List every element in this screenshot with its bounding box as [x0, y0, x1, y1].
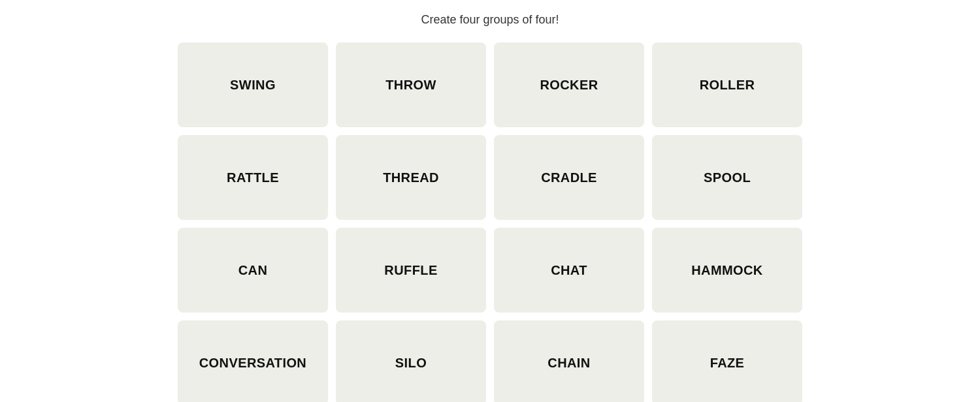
- tile-roller[interactable]: ROLLER: [652, 42, 802, 127]
- tile-chain[interactable]: CHAIN: [494, 320, 644, 402]
- tile-label-chat: CHAT: [551, 263, 587, 278]
- tile-faze[interactable]: FAZE: [652, 320, 802, 402]
- tile-label-hammock: HAMMOCK: [691, 263, 762, 278]
- tile-thread[interactable]: THREAD: [336, 135, 486, 220]
- tile-label-rocker: ROCKER: [540, 78, 598, 93]
- tile-label-swing: SWING: [230, 78, 276, 93]
- tile-rattle[interactable]: RATTLE: [178, 135, 328, 220]
- tile-label-faze: FAZE: [710, 356, 745, 371]
- tile-label-roller: ROLLER: [700, 78, 755, 93]
- word-grid: SWINGTHROWROCKERROLLERRATTLETHREADCRADLE…: [178, 42, 802, 402]
- game-subtitle: Create four groups of four!: [421, 13, 559, 27]
- tile-can[interactable]: CAN: [178, 228, 328, 313]
- tile-label-conversation: CONVERSATION: [199, 356, 306, 371]
- tile-conversation[interactable]: CONVERSATION: [178, 320, 328, 402]
- tile-label-throw: THROW: [385, 78, 436, 93]
- tile-label-rattle: RATTLE: [227, 170, 279, 185]
- tile-chat[interactable]: CHAT: [494, 228, 644, 313]
- tile-swing[interactable]: SWING: [178, 42, 328, 127]
- tile-label-spool: SPOOL: [704, 170, 751, 185]
- tile-label-silo: SILO: [395, 356, 427, 371]
- tile-silo[interactable]: SILO: [336, 320, 486, 402]
- tile-label-cradle: CRADLE: [541, 170, 597, 185]
- tile-spool[interactable]: SPOOL: [652, 135, 802, 220]
- tile-hammock[interactable]: HAMMOCK: [652, 228, 802, 313]
- tile-label-thread: THREAD: [383, 170, 439, 185]
- tile-label-chain: CHAIN: [547, 356, 590, 371]
- tile-ruffle[interactable]: RUFFLE: [336, 228, 486, 313]
- tile-throw[interactable]: THROW: [336, 42, 486, 127]
- tile-cradle[interactable]: CRADLE: [494, 135, 644, 220]
- tile-rocker[interactable]: ROCKER: [494, 42, 644, 127]
- tile-label-ruffle: RUFFLE: [384, 263, 437, 278]
- tile-label-can: CAN: [238, 263, 268, 278]
